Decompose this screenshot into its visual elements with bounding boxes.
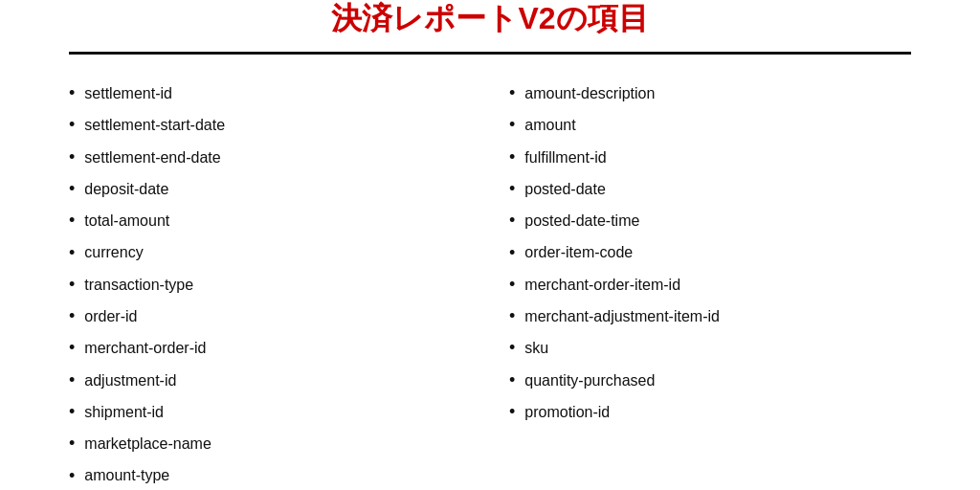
right-column: amount-descriptionamountfulfillment-idpo… — [509, 78, 911, 490]
list-item: currency — [69, 237, 471, 269]
list-item: amount — [509, 109, 911, 141]
list-item: sku — [509, 332, 911, 364]
list-item: shipment-id — [69, 396, 471, 428]
left-list: settlement-idsettlement-start-datesettle… — [69, 78, 471, 490]
list-item: deposit-date — [69, 173, 471, 205]
list-item: amount-description — [509, 78, 911, 109]
right-list: amount-descriptionamountfulfillment-idpo… — [509, 78, 911, 428]
left-column: settlement-idsettlement-start-datesettle… — [69, 78, 471, 490]
list-item: total-amount — [69, 205, 471, 236]
columns-layout: settlement-idsettlement-start-datesettle… — [69, 78, 911, 490]
list-item: posted-date — [509, 173, 911, 205]
list-item: merchant-order-id — [69, 332, 471, 364]
list-item: promotion-id — [509, 396, 911, 428]
list-item: marketplace-name — [69, 428, 471, 459]
list-item: fulfillment-id — [509, 142, 911, 173]
list-item: settlement-id — [69, 78, 471, 109]
list-item: merchant-adjustment-item-id — [509, 301, 911, 332]
list-item: transaction-type — [69, 269, 471, 301]
list-item: order-item-code — [509, 237, 911, 269]
list-item: merchant-order-item-id — [509, 269, 911, 301]
list-item: adjustment-id — [69, 365, 471, 396]
list-item: quantity-purchased — [509, 365, 911, 396]
list-item: settlement-start-date — [69, 109, 471, 141]
list-item: posted-date-time — [509, 205, 911, 236]
list-item: order-id — [69, 301, 471, 332]
list-item: amount-type — [69, 460, 471, 490]
divider — [69, 52, 911, 55]
page-title: 決済レポートV2の項目 — [69, 0, 911, 40]
main-container: 決済レポートV2の項目 settlement-idsettlement-star… — [31, 0, 949, 490]
list-item: settlement-end-date — [69, 142, 471, 173]
